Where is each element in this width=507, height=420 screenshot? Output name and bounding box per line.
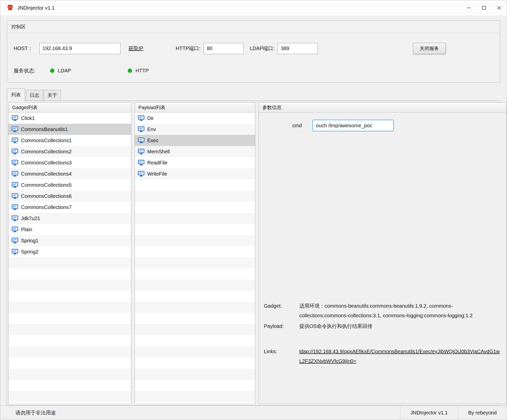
- list-item-label: CommonsCollections3: [21, 160, 72, 166]
- control-row-status: 服务状态: LDAP HTTP: [7, 54, 500, 82]
- list-item-commonscollections1[interactable]: CommonsCollections1: [9, 135, 131, 146]
- list-item-label: MemShell: [147, 149, 170, 155]
- list-item-label: Plain: [21, 227, 32, 233]
- computer-monitor-icon: [12, 182, 18, 188]
- service-status-label: 服务状态:: [14, 67, 35, 74]
- payload-info-label: Payload:: [264, 321, 299, 331]
- host-input[interactable]: [39, 43, 120, 54]
- cmd-row: cmd: [259, 113, 506, 131]
- params-body: cmd Gadget: 适用环境：commons-beanutils:commo…: [259, 113, 506, 404]
- gadget-info-text: 适用环境：commons-beanutils:commons-beanutils…: [299, 301, 500, 320]
- control-row-inputs: HOST： 获取IP HTTP端口: LDAP端口: 关闭服务: [7, 33, 500, 54]
- list-item-commonscollections7[interactable]: CommonsCollections7: [9, 202, 131, 213]
- list-item-label: CommonsBeanutils1: [21, 127, 68, 132]
- statusbar: 请勿用于非法用途 JNDInjector v1.1 By rebeyond: [0, 406, 507, 420]
- list-item-commonsbeanutils1[interactable]: CommonsBeanutils1: [9, 124, 131, 135]
- tab-log[interactable]: 日志: [26, 90, 43, 101]
- list-item-label: CommonsCollections1: [21, 138, 72, 143]
- list-item-commonscollections3[interactable]: CommonsCollections3: [9, 157, 131, 168]
- tab-about[interactable]: 关于: [44, 90, 61, 101]
- computer-monitor-icon: [12, 115, 18, 121]
- list-item-label: Click1: [21, 115, 35, 121]
- window-title: JNDInjector v1.1: [17, 5, 55, 11]
- list-item-jdk7u21[interactable]: Jdk7u21: [9, 213, 131, 224]
- computer-monitor-icon: [12, 137, 18, 144]
- list-item-commonscollections6[interactable]: CommonsCollections6: [9, 191, 131, 202]
- links-info-label: Links:: [264, 347, 299, 366]
- list-item-exec[interactable]: Exec: [135, 135, 255, 146]
- cmd-input[interactable]: [312, 120, 394, 131]
- ldap-port-label: LDAP端口:: [250, 45, 274, 52]
- get-ip-link[interactable]: 获取IP: [129, 45, 143, 52]
- computer-monitor-icon: [12, 215, 18, 222]
- http-status-text: HTTP: [136, 68, 149, 74]
- list-item-commonscollections4[interactable]: CommonsCollections4: [9, 168, 131, 179]
- cmd-label: cmd: [292, 123, 302, 129]
- ldap-payload-link[interactable]: ldap://192.168.43.9/qqxAEfikxE/CommonsBe…: [299, 347, 500, 366]
- computer-monitor-icon: [12, 248, 18, 255]
- window-controls: [461, 0, 507, 15]
- params-info: Gadget: 适用环境：commons-beanutils:commons-b…: [259, 301, 506, 404]
- payload-list[interactable]: DirEnvExecMemShellReadFileWriteFile: [135, 113, 255, 404]
- gadget-panel: Gadget列表 Click1CommonsBeanutils1CommonsC…: [8, 102, 131, 404]
- gadget-info-row: Gadget: 适用环境：commons-beanutils:commons-b…: [264, 301, 500, 320]
- list-item-label: CommonsCollections5: [21, 182, 72, 188]
- control-panel-title: 控制区: [7, 21, 500, 33]
- statusbar-author: By rebeyond: [458, 406, 507, 420]
- gadget-list[interactable]: Click1CommonsBeanutils1CommonsCollection…: [9, 113, 131, 404]
- list-item-label: Spring2: [21, 249, 38, 255]
- http-port-input[interactable]: [204, 43, 244, 54]
- app-window: JNDInjector v1.1 控制区 HOST： 获取IP HTTP端口: …: [0, 0, 507, 420]
- computer-monitor-icon: [12, 159, 18, 166]
- list-item-click1[interactable]: Click1: [9, 113, 131, 124]
- maximize-button[interactable]: [476, 0, 492, 15]
- list-item-commonscollections5[interactable]: CommonsCollections5: [9, 179, 131, 191]
- ldap-port-input[interactable]: [278, 43, 318, 54]
- list-item-label: ReadFile: [147, 160, 167, 166]
- list-item-label: Dir: [147, 115, 154, 121]
- gadget-info-label: Gadget:: [264, 301, 299, 320]
- ldap-status-text: LDAP: [58, 68, 71, 74]
- host-label: HOST：: [14, 45, 33, 52]
- list-item-plain[interactable]: Plain: [9, 224, 131, 235]
- list-item-env[interactable]: Env: [135, 124, 255, 135]
- params-panel-title: 参数信息: [259, 102, 506, 113]
- list-item-label: CommonsCollections6: [21, 193, 72, 199]
- minimize-button[interactable]: [461, 0, 476, 15]
- list-item-memshell[interactable]: MemShell: [135, 146, 255, 157]
- payload-info-text: 提供OS命令执行和执行结果回传: [299, 321, 500, 331]
- gadget-panel-title: Gadget列表: [9, 102, 131, 113]
- titlebar: JNDInjector v1.1: [0, 0, 507, 15]
- computer-monitor-icon: [138, 137, 144, 144]
- control-panel: 控制区 HOST： 获取IP HTTP端口: LDAP端口: 关闭服务 服务状态…: [7, 20, 500, 82]
- list-item-label: CommonsCollections4: [21, 171, 72, 177]
- close-button[interactable]: [492, 0, 507, 15]
- list-item-spring2[interactable]: Spring2: [9, 246, 131, 257]
- computer-monitor-icon: [138, 171, 144, 177]
- list-item-writefile[interactable]: WriteFile: [135, 168, 255, 179]
- list-item-label: Exec: [147, 138, 158, 143]
- statusbar-app-version: JNDInjector v1.1: [400, 406, 458, 420]
- params-panel: 参数信息 cmd Gadget: 适用环境：commons-beanutils:…: [259, 102, 507, 404]
- ldap-status-dot-icon: [50, 69, 54, 73]
- list-item-readfile[interactable]: ReadFile: [135, 157, 255, 168]
- computer-monitor-icon: [12, 171, 18, 177]
- computer-monitor-icon: [138, 115, 144, 121]
- tab-list[interactable]: 列表: [7, 89, 25, 101]
- payload-panel: Payload列表 DirEnvExecMemShellReadFileWrit…: [135, 102, 255, 404]
- tab-page-list: Gadget列表 Click1CommonsBeanutils1CommonsC…: [7, 101, 500, 406]
- payload-info-row: Payload: 提供OS命令执行和执行结果回传: [264, 321, 500, 331]
- computer-monitor-icon: [12, 226, 18, 233]
- http-status-dot-icon: [128, 69, 132, 73]
- computer-monitor-icon: [12, 193, 18, 199]
- list-item-label: WriteFile: [147, 171, 167, 177]
- close-service-button[interactable]: 关闭服务: [413, 43, 446, 54]
- list-item-spring1[interactable]: Spring1: [9, 235, 131, 246]
- list-item-dir[interactable]: Dir: [135, 113, 255, 124]
- list-item-label: CommonsCollections2: [21, 149, 72, 155]
- list-item-label: CommonsCollections7: [21, 204, 72, 210]
- list-item-commonscollections2[interactable]: CommonsCollections2: [9, 146, 131, 157]
- computer-monitor-icon: [138, 159, 144, 166]
- http-port-label: HTTP端口:: [176, 45, 200, 52]
- payload-panel-title: Payload列表: [135, 102, 255, 113]
